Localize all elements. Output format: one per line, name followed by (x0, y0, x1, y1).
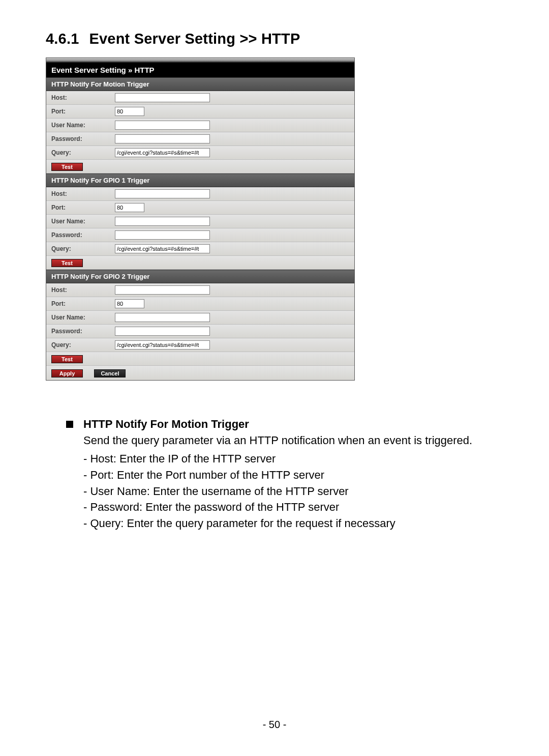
username-input[interactable] (115, 121, 210, 130)
test-button-row: Test (46, 160, 354, 173)
query-input[interactable] (115, 340, 210, 350)
section-number: 4.6.1 (46, 31, 79, 47)
host-input[interactable] (115, 285, 210, 295)
host-label: Host: (51, 190, 115, 197)
description-list: Host: Enter the IP of the HTTP server Po… (83, 451, 503, 532)
query-label: Query: (51, 341, 115, 348)
row-username: User Name: (46, 119, 354, 132)
host-input[interactable] (115, 93, 210, 102)
settings-panel: Event Server Setting » HTTP HTTP Notify … (46, 57, 355, 381)
panel-titlebar (46, 58, 354, 62)
row-port: Port: (46, 105, 354, 119)
list-item: User Name: Enter the username of the HTT… (83, 483, 503, 500)
description-intro: Send the query parameter via an HTTP not… (83, 432, 503, 449)
row-query: Query: (46, 146, 354, 160)
port-label: Port: (51, 204, 115, 211)
cancel-button[interactable]: Cancel (94, 369, 126, 377)
username-label: User Name: (51, 122, 115, 129)
group-header-gpio1: HTTP Notify For GPIO 1 Trigger (46, 173, 354, 187)
description-heading: HTTP Notify For Motion Trigger (66, 416, 503, 432)
apply-button[interactable]: Apply (51, 369, 83, 377)
row-username: User Name: (46, 215, 354, 228)
list-item: Query: Enter the query parameter for the… (83, 515, 503, 532)
row-query: Query: (46, 242, 354, 256)
host-label: Host: (51, 286, 115, 294)
password-input[interactable] (115, 230, 210, 240)
list-item: Password: Enter the password of the HTTP… (83, 499, 503, 515)
query-label: Query: (51, 149, 115, 156)
username-label: User Name: (51, 314, 115, 321)
port-label: Port: (51, 300, 115, 307)
host-label: Host: (51, 94, 115, 101)
password-label: Password: (51, 231, 115, 239)
list-item: Host: Enter the IP of the HTTP server (83, 451, 503, 467)
test-button[interactable]: Test (51, 355, 83, 363)
port-label: Port: (51, 108, 115, 115)
row-host: Host: (46, 91, 354, 105)
test-button-row: Test (46, 256, 354, 270)
username-label: User Name: (51, 218, 115, 225)
query-input[interactable] (115, 148, 210, 157)
section-heading: 4.6.1Event Server Setting >> HTTP (46, 31, 503, 47)
action-row: Apply Cancel (46, 366, 354, 380)
page-number: - 50 - (0, 719, 549, 731)
row-password: Password: (46, 132, 354, 146)
row-host: Host: (46, 283, 354, 297)
row-port: Port: (46, 201, 354, 215)
password-input[interactable] (115, 134, 210, 143)
port-input[interactable] (115, 107, 144, 116)
panel-header: Event Server Setting » HTTP (46, 62, 354, 77)
list-item: Port: Enter the Port number of the HTTP … (83, 467, 503, 483)
password-label: Password: (51, 135, 115, 142)
row-query: Query: (46, 338, 354, 352)
password-input[interactable] (115, 327, 210, 336)
port-input[interactable] (115, 299, 144, 308)
password-label: Password: (51, 328, 115, 335)
square-bullet-icon (66, 421, 73, 428)
row-username: User Name: (46, 311, 354, 325)
username-input[interactable] (115, 217, 210, 226)
query-input[interactable] (115, 244, 210, 253)
test-button-row: Test (46, 352, 354, 366)
row-password: Password: (46, 228, 354, 242)
query-label: Query: (51, 245, 115, 252)
description-block: HTTP Notify For Motion Trigger Send the … (66, 416, 503, 532)
host-input[interactable] (115, 189, 210, 198)
row-port: Port: (46, 297, 354, 311)
test-button[interactable]: Test (51, 163, 83, 171)
group-header-motion: HTTP Notify For Motion Trigger (46, 77, 354, 91)
test-button[interactable]: Test (51, 259, 83, 267)
description-heading-text: HTTP Notify For Motion Trigger (83, 416, 249, 432)
port-input[interactable] (115, 203, 144, 212)
row-host: Host: (46, 187, 354, 201)
section-title-text: Event Server Setting >> HTTP (89, 31, 300, 47)
row-password: Password: (46, 325, 354, 338)
group-header-gpio2: HTTP Notify For GPIO 2 Trigger (46, 270, 354, 283)
username-input[interactable] (115, 313, 210, 322)
